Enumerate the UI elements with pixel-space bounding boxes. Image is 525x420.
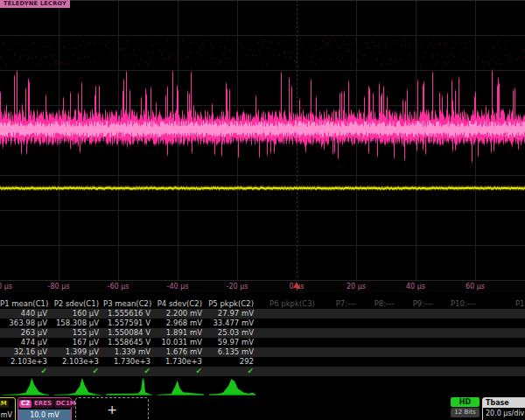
stat-cell-P9-mean — [403, 318, 442, 328]
trigger-position-marker[interactable] — [293, 282, 300, 288]
stat-cell-P6-status — [258, 367, 326, 376]
stat-cell-P10-max — [442, 338, 484, 347]
oscilloscope-screen: TELEDYNE LECROY -100 µs-80 µs-60 µs-40 µ… — [0, 0, 525, 420]
stat-cell-P4-max: 10.031 mV — [155, 338, 206, 347]
param-header-P8[interactable]: P8:--- — [365, 298, 403, 309]
stat-cell-P11-max — [484, 338, 525, 347]
param-header-P3[interactable]: P3 mean(C2) — [103, 298, 155, 309]
param-header-P10[interactable]: P10:--- — [442, 298, 484, 309]
param-header-P1[interactable]: P1 mean(C1) — [0, 298, 52, 309]
stat-cell-P2-min: 155 µV — [52, 328, 103, 338]
stat-cell-P6-num — [258, 357, 326, 367]
hd-mode-badge[interactable]: HD 12 Bits — [451, 397, 480, 420]
c1-coupling-chip: DC1M — [0, 400, 9, 408]
param-header-P7[interactable]: P7:--- — [326, 298, 365, 309]
timebase-descriptor[interactable]: Tbase 20.0 µs/div — [482, 397, 525, 420]
stat-cell-P10-min — [442, 328, 484, 338]
timebase-label: Tbase — [483, 398, 525, 408]
vendor-logo: TELEDYNE LECROY — [0, 0, 70, 8]
param-header-P2[interactable]: P2 sdev(C1) — [52, 298, 103, 309]
c2-eres-chip: ERES — [32, 400, 53, 408]
stat-cell-P11-num — [484, 357, 525, 367]
stat-cell-P5-sdev: 6.135 mV — [206, 347, 258, 357]
stat-cell-P9-sdev — [403, 347, 442, 357]
stat-cell-P1-max: 474 µV — [0, 338, 52, 347]
time-tick-label: -20 µs — [227, 283, 248, 290]
add-trace-button[interactable]: + — [75, 397, 149, 420]
param-header-P9[interactable]: P9:--- — [403, 298, 442, 309]
stat-cell-P5-status: ✔ — [206, 367, 258, 376]
stat-cell-P11-status — [484, 367, 525, 376]
timebase-value: 20.0 µs/div — [483, 408, 525, 420]
stat-cell-P2-mean: 158.308 µV — [52, 318, 103, 328]
stat-cell-P4-min: 1.891 mV — [155, 328, 206, 338]
c1-chips: C1 DC1M — [0, 398, 15, 410]
stat-cell-P9-value — [403, 309, 442, 318]
stat-cell-P9-status — [403, 367, 442, 376]
stat-cell-P8-max — [365, 338, 403, 347]
stat-cell-P7-min — [326, 328, 365, 338]
stat-cell-P6-max — [258, 338, 326, 347]
stat-cell-P5-value: 27.97 mV — [206, 309, 258, 318]
stat-cell-P5-min: 25.03 mV — [206, 328, 258, 338]
c2-scale-value: 10.0 mV — [18, 410, 71, 420]
stat-cell-P2-status: ✔ — [52, 367, 103, 376]
stat-cell-P1-min: 263 µV — [0, 328, 52, 338]
stat-cell-P11-mean — [484, 318, 525, 328]
param-header-P6[interactable]: P6 pkpk(C3) — [258, 298, 326, 309]
stat-cell-P7-mean — [326, 318, 365, 328]
stat-cell-P8-status — [365, 367, 403, 376]
stat-cell-P8-num — [365, 357, 403, 367]
stat-cell-P6-value — [258, 309, 326, 318]
stat-cell-P2-value: 160 µV — [52, 309, 103, 318]
time-tick-label: -100 µs — [0, 283, 12, 290]
stat-cell-P2-sdev: 1.399 µV — [52, 347, 103, 357]
time-tick-label: -80 µs — [48, 283, 70, 290]
stat-cell-P1-mean: 363.98 µV — [0, 318, 52, 328]
stat-cell-P10-value — [442, 309, 484, 318]
measure-row-num: 2.103e+32.103e+31.730e+31.730e+3292 — [0, 357, 525, 367]
stat-cell-P7-sdev — [326, 347, 365, 357]
stat-cell-P8-min — [365, 328, 403, 338]
stat-cell-P10-status — [442, 367, 484, 376]
stat-cell-P4-num: 1.730e+3 — [155, 357, 206, 367]
measure-row-max: 474 µV167 µV1.558645 V10.031 mV59.97 mV — [0, 338, 525, 347]
measurement-table: P1 mean(C1)P2 sdev(C1)P3 mean(C2)P4 sdev… — [0, 298, 525, 376]
measure-row-value: 440 µV160 µV1.555616 V2.200 mV27.97 mV — [0, 309, 525, 318]
time-tick-label: -40 µs — [167, 283, 189, 290]
stat-cell-P3-sdev: 1.339 mV — [103, 347, 155, 357]
stat-cell-P6-mean — [258, 318, 326, 328]
time-tick-label: 60 µs — [466, 283, 485, 290]
stat-cell-P3-num: 1.730e+3 — [103, 357, 155, 367]
param-header-P4[interactable]: P4 sdev(C2) — [155, 298, 206, 309]
stat-cell-P3-value: 1.555616 V — [103, 309, 155, 318]
channel-descriptor-c1[interactable]: C1 DC1M 10.0 mV — [0, 397, 16, 420]
stat-cell-P3-mean: 1.557591 V — [103, 318, 155, 328]
c2-coupling-chip: DC1M — [54, 400, 78, 408]
stat-cell-P1-num: 2.103e+3 — [0, 357, 52, 367]
stat-cell-P10-num — [442, 357, 484, 367]
stat-cell-P5-max: 59.97 mV — [206, 338, 258, 347]
stat-cell-P4-sdev: 1.676 mV — [155, 347, 206, 357]
measure-row-mean: 363.98 µV158.308 µV1.557591 V2.968 mV33.… — [0, 318, 525, 328]
time-tick-label: 40 µs — [406, 283, 425, 290]
stat-cell-P9-num — [403, 357, 442, 367]
waveform-grid-canvas — [0, 0, 525, 280]
stat-cell-P10-sdev — [442, 347, 484, 357]
stat-cell-P1-status: ✔ — [0, 367, 52, 376]
stat-cell-P2-num: 2.103e+3 — [52, 357, 103, 367]
stat-cell-P9-max — [403, 338, 442, 347]
stat-cell-P11-sdev — [484, 347, 525, 357]
stat-cell-P1-sdev: 32.16 µV — [0, 347, 52, 357]
stat-cell-P7-value — [326, 309, 365, 318]
stat-cell-P8-value — [365, 309, 403, 318]
param-header-P5[interactable]: P5 pkpk(C2) — [206, 298, 258, 309]
param-header-P11[interactable]: P11:--- — [484, 298, 525, 309]
measure-row-sdev: 32.16 µV1.399 µV1.339 mV1.676 mV6.135 mV — [0, 347, 525, 357]
c1-scale-value: 10.0 mV — [0, 410, 15, 420]
channel-descriptor-c2[interactable]: C2 ERES DC1M 10.0 mV — [18, 397, 72, 420]
stat-cell-P6-sdev — [258, 347, 326, 357]
measure-header-row: P1 mean(C1)P2 sdev(C1)P3 mean(C2)P4 sdev… — [0, 298, 525, 309]
stat-cell-P6-min — [258, 328, 326, 338]
stat-cell-P7-max — [326, 338, 365, 347]
